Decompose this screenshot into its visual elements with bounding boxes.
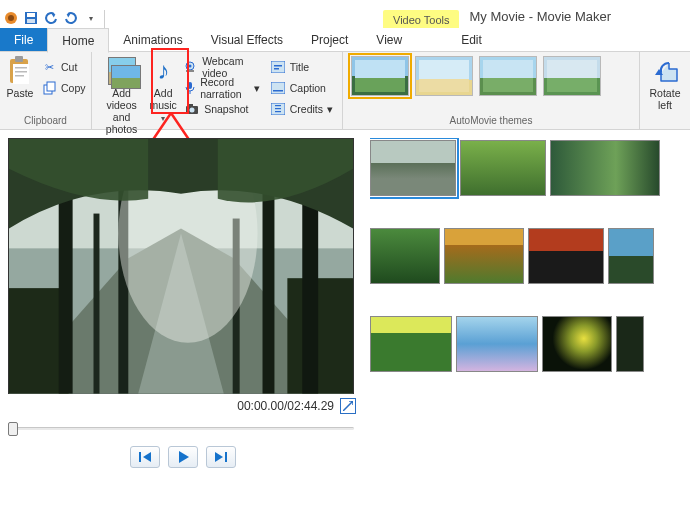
rotate-left-icon [651, 57, 679, 85]
tab-view[interactable]: View [362, 28, 416, 51]
cut-button[interactable]: ✂ Cut [38, 57, 89, 77]
svg-rect-9 [15, 71, 27, 73]
theme-thumb[interactable] [479, 56, 537, 96]
tab-visual-effects[interactable]: Visual Effects [197, 28, 297, 51]
theme-thumb[interactable] [543, 56, 601, 96]
group-clipboard: Clipboard [0, 113, 91, 129]
svg-point-1 [8, 15, 14, 21]
chevron-down-icon: ▾ [161, 114, 165, 123]
svg-rect-37 [263, 194, 275, 394]
chevron-down-icon: ▾ [254, 82, 260, 94]
svg-rect-24 [271, 82, 285, 94]
credits-label: Credits [290, 103, 323, 115]
rotate-left-button[interactable]: Rotate left [646, 55, 684, 111]
svg-rect-33 [287, 278, 353, 393]
play-button[interactable] [168, 446, 198, 468]
tab-file[interactable]: File [0, 28, 47, 51]
title-button[interactable]: Title [267, 57, 336, 77]
music-note-icon: ♪ [149, 57, 177, 85]
clip-thumb[interactable] [370, 140, 456, 196]
webcam-button[interactable]: Webcam video [181, 57, 263, 77]
svg-rect-6 [15, 56, 23, 62]
copy-label: Copy [61, 82, 86, 94]
window-title: My Movie - Movie Maker [459, 5, 621, 28]
credits-button[interactable]: Credits ▾ [267, 99, 336, 119]
add-music-button[interactable]: ♪ Add music ▾ [149, 55, 177, 125]
snapshot-label: Snapshot [204, 103, 248, 115]
tab-animations[interactable]: Animations [109, 28, 196, 51]
slider-thumb[interactable] [8, 422, 18, 436]
video-preview [8, 138, 354, 394]
qat-dropdown-icon[interactable]: ▾ [84, 11, 98, 25]
tab-edit[interactable]: Edit [447, 28, 496, 51]
svg-rect-3 [27, 13, 35, 17]
redo-icon[interactable] [64, 11, 78, 25]
svg-rect-34 [59, 199, 73, 394]
add-videos-button[interactable]: Add videos and photos [98, 55, 145, 135]
title-label: Title [290, 61, 309, 73]
svg-rect-38 [302, 184, 318, 394]
tab-home[interactable]: Home [47, 28, 109, 53]
tab-project[interactable]: Project [297, 28, 362, 51]
webcam-icon [184, 59, 198, 75]
camera-icon [184, 101, 200, 117]
svg-rect-21 [271, 61, 285, 73]
record-narration-button[interactable]: Record narration ▾ [181, 78, 263, 98]
svg-rect-20 [189, 104, 193, 107]
svg-rect-29 [275, 111, 281, 112]
seek-slider[interactable] [8, 420, 354, 436]
clip-thumb[interactable] [456, 316, 538, 372]
svg-rect-28 [275, 108, 281, 109]
photos-icon [108, 57, 136, 85]
svg-point-14 [189, 65, 192, 68]
group-themes: AutoMovie themes [343, 113, 639, 129]
svg-rect-4 [27, 19, 35, 23]
svg-rect-12 [47, 82, 55, 91]
storyboard[interactable] [370, 138, 684, 506]
add-music-label: Add music ▾ [149, 87, 177, 125]
clip-thumb[interactable] [460, 140, 546, 196]
prev-frame-button[interactable] [130, 446, 160, 468]
copy-button[interactable]: Copy [38, 78, 89, 98]
caption-button[interactable]: Caption [267, 78, 336, 98]
svg-rect-25 [273, 90, 283, 92]
contextual-tab-group: Video Tools [383, 10, 459, 28]
next-frame-button[interactable] [206, 446, 236, 468]
record-label: Record narration [200, 76, 250, 100]
theme-thumb[interactable] [351, 56, 409, 96]
svg-rect-22 [274, 65, 282, 67]
clip-thumb[interactable] [370, 316, 452, 372]
clip-thumb[interactable] [608, 228, 654, 284]
chevron-down-icon: ▾ [327, 103, 333, 115]
scissors-icon: ✂ [41, 59, 57, 75]
theme-thumb[interactable] [415, 56, 473, 96]
caption-icon [270, 80, 286, 96]
time-display: 00:00.00/02:44.29 [237, 399, 334, 413]
svg-rect-27 [275, 105, 281, 106]
copy-icon [41, 80, 57, 96]
clip-thumb[interactable] [550, 140, 660, 196]
svg-rect-10 [15, 75, 24, 77]
clip-thumb[interactable] [444, 228, 524, 284]
svg-point-19 [190, 108, 195, 113]
clipboard-paste-icon [6, 57, 34, 85]
svg-rect-15 [186, 70, 194, 72]
svg-rect-8 [15, 67, 27, 69]
title-icon [270, 59, 286, 75]
caption-label: Caption [290, 82, 326, 94]
app-icon [4, 11, 18, 25]
credits-icon [270, 101, 286, 117]
cut-label: Cut [61, 61, 77, 73]
fullscreen-icon[interactable] [340, 398, 356, 414]
save-icon[interactable] [24, 11, 38, 25]
microphone-icon [184, 80, 196, 96]
clip-thumb[interactable] [542, 316, 612, 372]
clip-thumb[interactable] [370, 228, 440, 284]
snapshot-button[interactable]: Snapshot [181, 99, 263, 119]
undo-icon[interactable] [44, 11, 58, 25]
paste-label: Paste [7, 87, 34, 99]
clip-thumb[interactable] [528, 228, 604, 284]
svg-rect-42 [225, 452, 227, 462]
clip-thumb[interactable] [616, 316, 644, 372]
paste-button[interactable]: Paste [6, 55, 34, 99]
